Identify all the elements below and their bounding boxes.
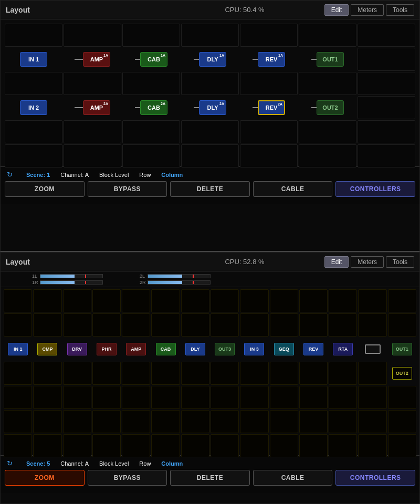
- bottom-delete-button[interactable]: DELETE: [170, 470, 250, 486]
- grid-cell-empty: [64, 24, 121, 47]
- b-signal-in3[interactable]: IN 3: [244, 343, 264, 355]
- b-signal-dly[interactable]: DLY: [185, 343, 205, 355]
- block-in2[interactable]: IN 2: [5, 96, 62, 119]
- tab-meters-top[interactable]: Meters: [351, 4, 384, 16]
- tab-edit-bottom[interactable]: Edit: [324, 256, 349, 268]
- b-cell-empty: [388, 434, 416, 457]
- signal-dly2-label: DLY: [207, 104, 218, 111]
- block-dly2[interactable]: DLY 2A: [181, 96, 239, 119]
- signal-amp2[interactable]: AMP 2A: [83, 100, 110, 115]
- b-block-rta[interactable]: RTA: [329, 338, 357, 361]
- b-cell-empty: [63, 362, 91, 385]
- b-signal-cmp[interactable]: CMP: [37, 343, 57, 355]
- top-zoom-button[interactable]: ZOOM: [5, 181, 85, 197]
- block-dly1[interactable]: DLY 1A: [181, 48, 239, 71]
- b-block-geq[interactable]: GEQ: [270, 338, 298, 361]
- signal-out1[interactable]: OUT1: [317, 52, 344, 67]
- signal-cab2[interactable]: CAB 2A: [140, 100, 167, 115]
- b-signal-out3[interactable]: OUT3: [215, 343, 235, 355]
- signal-rev1[interactable]: REV 1A: [258, 52, 285, 67]
- b-block-amp[interactable]: AMP: [122, 338, 150, 361]
- b-signal-in1[interactable]: IN 1: [8, 343, 28, 355]
- b-signal-geq[interactable]: GEQ: [274, 343, 294, 355]
- b-block-out2[interactable]: OUT2: [388, 362, 416, 385]
- block-in1[interactable]: IN 1: [5, 48, 62, 71]
- b-cell-empty: [388, 313, 416, 337]
- bottom-cable-button[interactable]: CABLE: [253, 470, 333, 486]
- b-block-cab[interactable]: CAB: [151, 338, 180, 361]
- top-title: Layout: [6, 6, 165, 14]
- top-layout-area: IN 1 AMP 1A CAB 1A DLY: [1, 19, 419, 166]
- block-out1[interactable]: OUT1: [299, 48, 356, 71]
- b-block-out3[interactable]: OUT3: [211, 338, 239, 361]
- b-signal-rev[interactable]: REV: [303, 343, 323, 355]
- grid-cell-empty: [64, 144, 121, 167]
- signal-dly1[interactable]: DLY 1A: [199, 52, 226, 67]
- meter-1L: 1L: [32, 274, 103, 279]
- block-cab1[interactable]: CAB 1A: [122, 48, 180, 71]
- b-block-out1[interactable]: OUT1: [388, 338, 416, 361]
- b-block-in3[interactable]: IN 3: [240, 338, 268, 361]
- grid-cell-empty: [299, 120, 356, 143]
- top-delete-button[interactable]: DELETE: [170, 181, 250, 197]
- b-signal-outline[interactable]: [365, 344, 381, 354]
- signal-dly2[interactable]: DLY 2A: [199, 100, 226, 115]
- block-rev1[interactable]: REV 1A: [240, 48, 298, 71]
- signal-out2[interactable]: OUT2: [317, 100, 344, 115]
- refresh-icon-bottom: ↻: [7, 459, 13, 467]
- meter-ch2: 2L 2R: [140, 274, 211, 285]
- signal-cab1[interactable]: CAB 1A: [140, 52, 167, 67]
- b-block-dly[interactable]: DLY: [181, 338, 209, 361]
- b-cell-empty: [151, 386, 180, 409]
- b-signal-cab[interactable]: CAB: [156, 343, 176, 355]
- top-header: Layout CPU: 50.4 % Edit Meters Tools: [1, 1, 419, 19]
- top-controllers-button[interactable]: CONTROLLERS: [335, 181, 415, 197]
- b-cell-empty: [181, 434, 209, 457]
- tab-tools-top[interactable]: Tools: [386, 4, 414, 16]
- b-block-drv[interactable]: DRV: [63, 338, 91, 361]
- b-cell-empty: [4, 289, 32, 312]
- b-block-phr[interactable]: PHR: [92, 338, 121, 361]
- bottom-controllers-button[interactable]: CONTROLLERS: [335, 470, 415, 486]
- b-signal-rta[interactable]: RTA: [333, 343, 353, 355]
- bottom-bypass-button[interactable]: BYPASS: [88, 470, 167, 486]
- bottom-zoom-button[interactable]: ZOOM: [5, 470, 85, 486]
- tab-meters-bottom[interactable]: Meters: [351, 256, 384, 268]
- block-amp2[interactable]: AMP 2A: [64, 96, 121, 119]
- b-signal-amp[interactable]: AMP: [126, 343, 146, 355]
- signal-out1-label: OUT1: [322, 56, 338, 62]
- signal-amp1[interactable]: AMP 1A: [83, 52, 110, 67]
- meter-2L-label: 2L: [140, 274, 146, 279]
- b-signal-drv[interactable]: DRV: [67, 343, 87, 355]
- tab-tools-bottom[interactable]: Tools: [386, 256, 414, 268]
- b-block-outline[interactable]: [358, 338, 386, 361]
- bottom-col-label: Column: [161, 460, 183, 467]
- b-block-cmp[interactable]: CMP: [33, 338, 61, 361]
- signal-in1[interactable]: IN 1: [20, 52, 47, 67]
- b-cell-empty: [299, 434, 328, 457]
- b-cell-empty: [4, 362, 32, 385]
- b-block-rev[interactable]: REV: [299, 338, 328, 361]
- top-scene: Scene: 1: [26, 172, 50, 178]
- top-channel: Channel: A: [60, 172, 89, 178]
- block-amp1[interactable]: AMP 1A: [64, 48, 121, 71]
- b-block-in1[interactable]: IN 1: [4, 338, 32, 361]
- meter-2R: 2R: [140, 280, 211, 285]
- block-out2[interactable]: OUT2: [299, 96, 356, 119]
- signal-rev2[interactable]: REV 2A: [258, 100, 285, 115]
- block-rev2[interactable]: REV 2A: [240, 96, 298, 119]
- b-cell-empty: [63, 289, 91, 312]
- b-signal-out2[interactable]: OUT2: [392, 367, 412, 380]
- top-cable-button[interactable]: CABLE: [253, 181, 333, 197]
- b-signal-phr[interactable]: PHR: [97, 343, 117, 355]
- b-cell-empty: [299, 362, 328, 385]
- b-cell-empty: [299, 386, 328, 409]
- b-cell-empty: [211, 313, 239, 337]
- top-bypass-button[interactable]: BYPASS: [88, 181, 167, 197]
- b-signal-out1[interactable]: OUT1: [392, 343, 412, 355]
- block-cab2[interactable]: CAB 2A: [122, 96, 180, 119]
- top-block-level: Block Level: [99, 172, 129, 178]
- grid-cell-empty: [240, 120, 298, 143]
- signal-in2[interactable]: IN 2: [20, 100, 47, 115]
- tab-edit-top[interactable]: Edit: [324, 4, 349, 16]
